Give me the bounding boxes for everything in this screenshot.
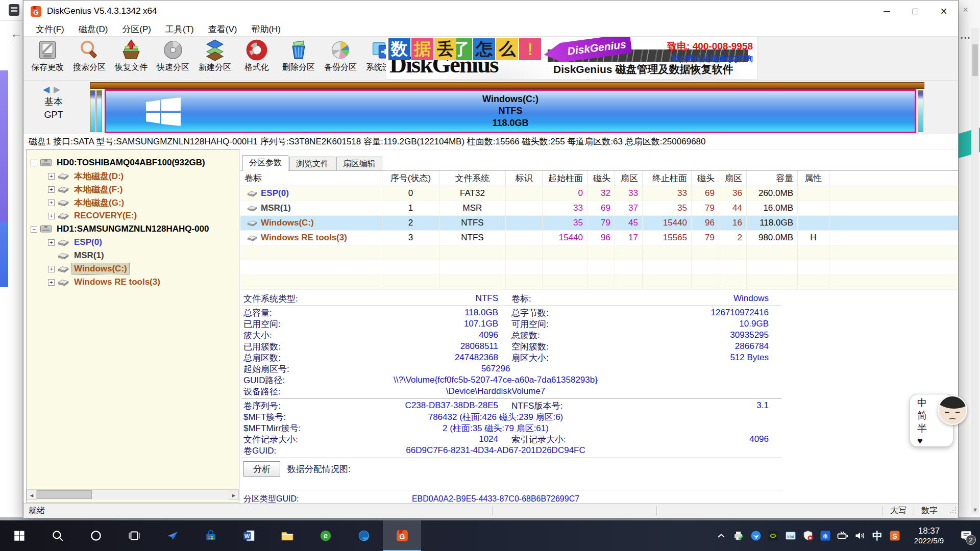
column-header-3[interactable]: 标识 [506, 171, 543, 186]
collapse-icon[interactable]: − [31, 226, 37, 233]
column-header-9[interactable]: 扇区 [719, 171, 747, 186]
partition-block-esp[interactable] [90, 90, 95, 132]
tree-item-recovery-e[interactable]: +RECOVERY(E:) [27, 209, 239, 222]
tray-nvidia-icon[interactable] [765, 520, 782, 551]
tree-item-windows-re[interactable]: +Windows RE tools(3) [27, 276, 239, 289]
toolbar-button-search[interactable]: 搜索分区 [68, 37, 110, 73]
table-row-windows-c[interactable]: Windows(C:)2NTFS357945154409616118.0GB [240, 216, 958, 231]
taskbar-button-feishu[interactable] [153, 520, 191, 551]
titlebar[interactable]: G DiskGenius V5.4.3.1342 x64 × [23, 1, 958, 22]
tray-snow-icon[interactable]: ❄ [817, 520, 834, 551]
background-scrollbar[interactable]: ▼ [971, 28, 979, 514]
partition-block-windows-c[interactable]: Windows(C:) NTFS 118.0GB [105, 90, 916, 133]
column-header-6[interactable]: 扇区 [615, 171, 643, 186]
toolbar-button-backup[interactable]: 备份分区 [320, 37, 361, 73]
table-row-msr[interactable]: MSR(1)1MSR33693735794416.0MB [240, 201, 958, 216]
promo-banner[interactable]: DiskGenius 数据丢了怎么! DiskGenius 致电: 400-00… [386, 37, 757, 80]
tab-1[interactable]: 浏览文件 [289, 157, 335, 170]
column-header-4[interactable]: 起始柱面 [543, 171, 587, 186]
tray-battery-icon[interactable] [834, 520, 851, 551]
tree-item-local-g[interactable]: +本地磁盘(G:) [27, 196, 239, 209]
tray-sogou-icon[interactable]: S [886, 520, 903, 551]
scroll-left-icon[interactable]: ◂ [27, 490, 37, 500]
menu-item-5[interactable]: 帮助(H) [244, 22, 288, 36]
table-row-esp[interactable]: ESP(0)0FAT3203233336936260.0MB [240, 186, 958, 201]
tray-dingtalk-icon[interactable] [747, 520, 765, 551]
expand-icon[interactable]: + [48, 186, 55, 193]
taskbar-button-store[interactable] [191, 520, 230, 551]
toolbar-button-quick[interactable]: 快速分区 [152, 37, 194, 73]
prev-disk-icon[interactable]: ◀ [43, 85, 54, 94]
expand-icon[interactable]: + [48, 239, 55, 246]
expand-icon[interactable]: + [48, 199, 55, 206]
column-header-0[interactable]: 卷标 [240, 171, 382, 186]
tree-item-windows-c[interactable]: +Windows(C:) [27, 262, 239, 276]
column-header-5[interactable]: 磁头 [587, 171, 615, 186]
more-options-icon[interactable]: ⋯ [960, 32, 971, 44]
taskbar-button-taskview[interactable] [115, 520, 153, 551]
tab-0[interactable]: 分区参数 [242, 155, 288, 171]
tray-intel-icon[interactable]: intel [782, 520, 799, 551]
tree-item-esp[interactable]: +ESP(0) [27, 236, 239, 249]
next-disk-icon[interactable]: ▶ [54, 85, 64, 94]
expand-icon[interactable]: + [48, 173, 55, 180]
tray-printer-icon[interactable] [730, 520, 747, 551]
tab-2[interactable]: 扇区编辑 [336, 157, 382, 170]
browser-tab-icon[interactable] [9, 4, 19, 16]
back-arrow-icon[interactable]: ← [10, 27, 22, 41]
column-header-2[interactable]: 文件系统 [439, 171, 506, 186]
taskbar-button-explorer[interactable] [268, 520, 306, 551]
expand-icon[interactable]: + [48, 266, 55, 272]
tree-item-local-f[interactable]: +本地磁盘(F:) [27, 183, 239, 196]
analyze-button[interactable]: 分析 [243, 461, 280, 477]
expand-icon[interactable]: + [48, 279, 55, 286]
taskbar-button-edge[interactable] [345, 520, 383, 551]
tray-shield-icon[interactable] [799, 520, 817, 551]
column-header-11[interactable]: 属性 [798, 171, 829, 186]
toolbar-button-recover[interactable]: 恢复文件 [110, 37, 152, 73]
expand-icon[interactable]: + [48, 213, 55, 219]
taskbar-button-start[interactable] [0, 520, 38, 551]
column-header-1[interactable]: 序号(状态) [382, 171, 439, 186]
menu-item-2[interactable]: 分区(P) [115, 22, 158, 36]
tree-horizontal-scrollbar[interactable]: ◂ ▸ [27, 489, 239, 499]
action-center-button[interactable]: 2 [954, 520, 978, 551]
toolbar-button-save[interactable]: 保存更改 [27, 37, 68, 73]
tree-item-msr[interactable]: MSR(1) [27, 249, 239, 262]
toolbar-button-newpart[interactable]: 新建分区 [194, 37, 236, 73]
taskbar-button-greene[interactable]: e [306, 520, 345, 551]
menu-item-0[interactable]: 文件(F) [29, 22, 71, 36]
tree-item-hd0[interactable]: −HD0:TOSHIBAMQ04ABF100(932GB) [27, 156, 239, 169]
menu-item-4[interactable]: 查看(V) [201, 22, 244, 36]
tray-ime-icon[interactable]: 中 [869, 520, 886, 551]
collapse-icon[interactable]: − [31, 160, 37, 166]
minimize-button[interactable] [872, 1, 901, 22]
tray-speaker-icon[interactable] [851, 520, 869, 551]
taskbar-button-tsearch[interactable] [38, 520, 77, 551]
toolbar-button-format[interactable]: 格式化 [236, 37, 278, 73]
taskbar-button-cortana[interactable] [77, 520, 115, 551]
tree-item-local-d[interactable]: +本地磁盘(D:) [27, 169, 239, 183]
taskbar-button-dg[interactable]: G [383, 520, 421, 551]
scrollbar-down-icon[interactable]: ▼ [972, 507, 978, 513]
scrollbar-thumb[interactable] [37, 490, 92, 499]
partition-block-msr[interactable] [96, 90, 102, 132]
column-header-10[interactable]: 容量 [747, 171, 798, 186]
taskbar-button-word[interactable]: W [230, 520, 268, 551]
taskbar-clock[interactable]: 18:37 2022/5/9 [905, 525, 952, 546]
toolbar-button-delete[interactable]: 删除分区 [278, 37, 320, 73]
menu-item-1[interactable]: 磁盘(D) [71, 22, 115, 36]
background-close-icon[interactable]: × [963, 4, 968, 15]
close-button[interactable]: × [929, 1, 958, 22]
table-row-windows-re[interactable]: Windows RE tools(3)3NTFS1544096171556579… [240, 231, 958, 245]
scrollbar-thumb[interactable] [972, 44, 978, 76]
tree-item-hd1[interactable]: −HD1:SAMSUNGMZNLN128HAHQ-000 [27, 222, 239, 236]
tray-chevup-icon[interactable] [713, 520, 730, 551]
column-header-8[interactable]: 磁头 [692, 171, 719, 186]
maximize-button[interactable] [901, 1, 929, 22]
scroll-right-icon[interactable]: ▸ [229, 490, 239, 500]
menu-item-3[interactable]: 工具(T) [158, 22, 201, 36]
partition-block-windows-re[interactable] [918, 90, 923, 132]
resize-grip[interactable] [949, 507, 956, 514]
column-header-7[interactable]: 终止柱面 [643, 171, 692, 186]
